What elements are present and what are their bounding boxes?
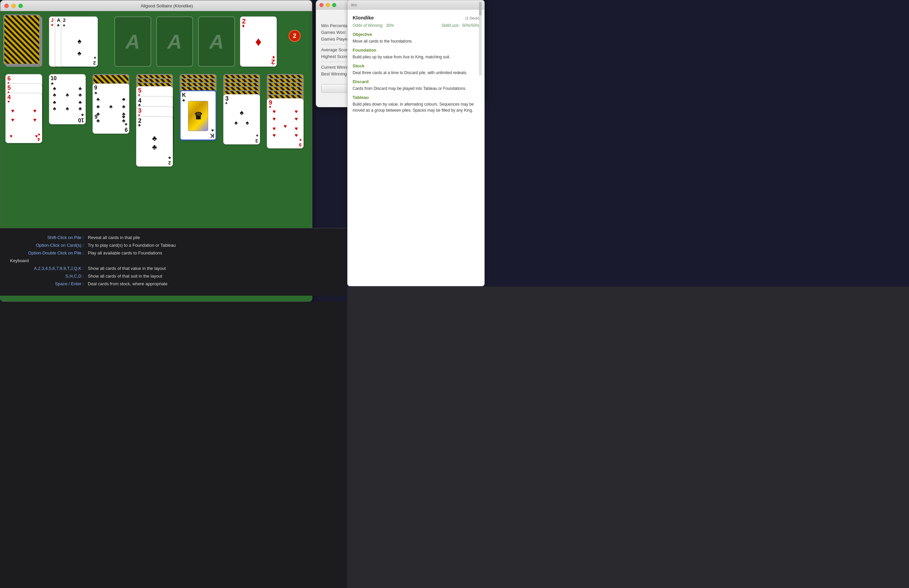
space-enter-row: Space / Enter : Deal cards from stock, w… [10, 281, 335, 286]
help-panel: Shift-Click on Pile : Reveal all cards i… [0, 228, 345, 296]
scrollbar-track[interactable] [479, 2, 482, 76]
space-enter-key: Space / Enter : [10, 281, 84, 286]
option-dbl-row: Option-Double Click on Pile : Play all a… [10, 250, 335, 255]
right-lower-bg [347, 287, 909, 588]
highest-score-label: Highest Score: [321, 54, 350, 59]
rules-discard: Discard Cards from Discard may be played… [353, 79, 479, 92]
suit-keys-desc: Show all cards of that suit in the layou… [88, 273, 162, 279]
keyboard-section-title: Keyboard [10, 258, 335, 263]
stock-pile[interactable] [5, 16, 42, 67]
shift-click-desc: Reveal all cards in that pile [88, 235, 140, 240]
stats-minimize-button[interactable] [326, 3, 330, 7]
shift-click-key: Shift-Click on Pile : [10, 235, 84, 240]
rules-discard-title: Discard [353, 79, 479, 84]
rules-objective-text: Move all cards to the foundations. [353, 38, 479, 44]
rules-header-label: iles [351, 3, 357, 7]
draw-count-badge: 2 [289, 30, 301, 42]
foundation-1[interactable]: A [114, 16, 151, 67]
rules-objective: Objective Move all cards to the foundati… [353, 32, 479, 44]
option-click-row: Option-Click on Card(s) : Try to play ca… [10, 243, 335, 248]
foundation-3[interactable]: A [198, 16, 235, 67]
rules-stock: Stock Deal three cards at a time to Disc… [353, 63, 479, 76]
option-click-key: Option-Click on Card(s) : [10, 243, 84, 248]
bottom-left-bg [0, 414, 347, 588]
close-button[interactable] [4, 4, 9, 8]
stats-close-button[interactable] [320, 3, 323, 7]
discard-pile[interactable]: J ♥ ♥ J ♥ A ♣ ♣ A ♣ 2 ♠ ♠ ♣ 2 ♠ [49, 16, 99, 68]
rules-skill-label: Skill/Luck: 50%/50% [441, 23, 479, 28]
rules-foundation-text: Build piles up by value from Ace to King… [353, 54, 479, 60]
rules-foundation-title: Foundation [353, 48, 479, 53]
rules-scrollable[interactable]: Klondike (1 Deck) Odds of Winning: 30% S… [347, 10, 484, 286]
shift-click-row: Shift-Click on Pile : Reveal all cards i… [10, 235, 335, 240]
suit-keys-row: S,H,C,D : Show all cards of that suit in… [10, 273, 335, 279]
space-enter-desc: Deal cards from stock, where appropriate [88, 281, 168, 286]
rules-panel: iles Klondike (1 Deck) Odds of Winning: … [347, 0, 485, 286]
rules-discard-text: Cards from Discard may be played into Ta… [353, 86, 479, 92]
value-keys-row: A,2,3,4,5,6,7,8,9,T,J,Q,K : Show all car… [10, 266, 335, 271]
scrollbar-thumb[interactable] [479, 2, 482, 15]
value-keys-desc: Show all cards of that value in the layo… [88, 266, 166, 271]
games-played-label: Games Played: [321, 37, 351, 42]
rules-stock-title: Stock [353, 63, 479, 68]
rules-foundation: Foundation Build piles up by value from … [353, 48, 479, 60]
option-click-desc: Try to play card(s) to a Foundation or T… [88, 243, 176, 248]
maximize-button[interactable] [18, 4, 23, 8]
suit-keys-key: S,H,C,D : [10, 273, 84, 279]
avg-score-label: Average Score: [321, 47, 351, 52]
solitaire-title: Allgood Solitaire (Klondike) [26, 3, 308, 8]
option-dbl-key: Option-Double Click on Pile : [10, 250, 84, 255]
rules-tableau-title: Tableau [353, 95, 479, 100]
option-dbl-desc: Play all available cards to Foundations [88, 250, 162, 255]
rules-game-header: Klondike (1 Deck) [353, 15, 479, 22]
rules-deck-info: (1 Deck) [465, 16, 479, 20]
rules-objective-title: Objective [353, 32, 479, 37]
rules-odds-label: Odds of Winning: 30% [353, 23, 394, 28]
rules-stock-text: Deal three cards at a time to Discard pi… [353, 70, 479, 76]
rules-odds-row: Odds of Winning: 30% Skill/Luck: 50%/50% [353, 23, 479, 28]
stats-maximize-button[interactable] [332, 3, 336, 7]
rules-tableau-text: Build piles down by value, in alternatin… [353, 101, 479, 113]
foundation-4[interactable]: 2 ♦ ♦ 2 ♦ [240, 16, 277, 67]
rules-panel-header: iles [347, 0, 484, 10]
rules-tableau: Tableau Build piles down by value, in al… [353, 95, 479, 113]
value-keys-key: A,2,3,4,5,6,7,8,9,T,J,Q,K : [10, 266, 84, 271]
foundation-2[interactable]: A [156, 16, 193, 67]
games-won-label: Games Won: [321, 30, 347, 35]
rules-game-name: Klondike [353, 15, 374, 21]
solitaire-titlebar: Allgood Solitaire (Klondike) [0, 0, 312, 11]
minimize-button[interactable] [11, 4, 16, 8]
